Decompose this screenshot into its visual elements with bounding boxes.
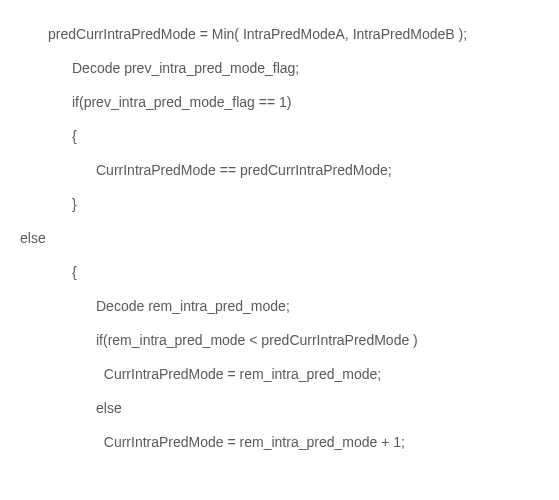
code-block: predCurrIntraPredMode = Min( IntraPredMo…	[0, 20, 559, 456]
code-line: predCurrIntraPredMode = Min( IntraPredMo…	[0, 20, 559, 48]
code-line: {	[0, 258, 559, 286]
code-line: CurrIntraPredMode = rem_intra_pred_mode …	[0, 428, 559, 456]
code-line: Decode prev_intra_pred_mode_flag;	[0, 54, 559, 82]
code-line: CurrIntraPredMode == predCurrIntraPredMo…	[0, 156, 559, 184]
code-line: Decode rem_intra_pred_mode;	[0, 292, 559, 320]
code-line: else	[0, 224, 559, 252]
code-line: else	[0, 394, 559, 422]
code-line: }	[0, 190, 559, 218]
code-line: if(rem_intra_pred_mode < predCurrIntraPr…	[0, 326, 559, 354]
code-line: {	[0, 122, 559, 150]
code-line: CurrIntraPredMode = rem_intra_pred_mode;	[0, 360, 559, 388]
code-line: if(prev_intra_pred_mode_flag == 1)	[0, 88, 559, 116]
